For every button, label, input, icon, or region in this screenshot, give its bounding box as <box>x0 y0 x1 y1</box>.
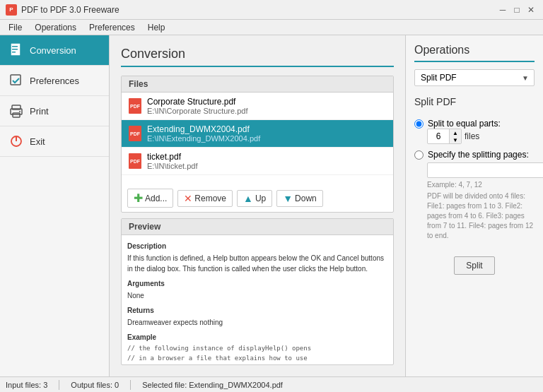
specify-pages-label: Specify the splitting pages: <box>428 150 529 160</box>
spinner-buttons: ▲ ▼ <box>449 129 461 143</box>
main-layout: Conversion Preferences Print <box>0 35 543 376</box>
page-icon <box>8 42 24 58</box>
equal-parts-radio[interactable] <box>414 119 424 129</box>
menu-file[interactable]: File <box>3 21 28 34</box>
svg-rect-1 <box>12 46 18 47</box>
add-icon: ✚ <box>134 191 143 205</box>
preview-desc-title: Description <box>127 241 387 251</box>
sidebar-item-exit[interactable]: Exit <box>0 126 109 157</box>
specify-pages-radio[interactable] <box>414 150 424 160</box>
power-icon <box>8 133 24 149</box>
files-list: PDF Corporate Structure.pdf E:\IN\Corpor… <box>122 93 393 184</box>
files-section: Files PDF Corporate Structure.pdf E:\IN\… <box>121 76 394 213</box>
up-button[interactable]: ▲ Up <box>237 190 272 207</box>
split-options: Split to equal parts: ▲ ▼ files <box>414 119 535 241</box>
spinner-down[interactable]: ▼ <box>450 136 461 143</box>
spinner-box[interactable]: ▲ ▼ <box>427 129 462 144</box>
spinner-up[interactable]: ▲ <box>450 129 461 136</box>
split-button[interactable]: Split <box>454 256 494 275</box>
preview-args-text: None <box>127 290 387 301</box>
up-icon: ▲ <box>243 193 253 204</box>
sidebar-preferences-label: Preferences <box>30 76 79 86</box>
operations-title: Operations <box>414 44 535 62</box>
window-controls[interactable]: ─ □ ✕ <box>496 4 537 16</box>
status-output-files: Output files: 0 <box>71 381 119 389</box>
preview-header: Preview <box>122 219 393 235</box>
down-button[interactable]: ▼ Down <box>276 190 323 207</box>
preview-returns-title: Returns <box>127 305 387 316</box>
status-input-files: Input files: 3 <box>6 381 47 389</box>
spinner-value[interactable] <box>428 130 449 143</box>
equal-parts-label: Split to equal parts: <box>428 119 501 129</box>
file-path: E:\IN\Extending_DWMX2004.pdf <box>147 134 260 143</box>
preview-scroll[interactable]: Description If this function is defined,… <box>122 235 393 364</box>
up-label: Up <box>255 194 266 203</box>
app-icon: P <box>6 4 17 16</box>
preview-desc-text: If this function is defined, a Help butt… <box>127 253 387 274</box>
equal-parts-row: Split to equal parts: <box>414 119 535 129</box>
sidebar-item-preferences[interactable]: Preferences <box>0 66 109 96</box>
preview-args-title: Arguments <box>127 278 387 289</box>
hint-text: Example: 4, 7, 12 <box>427 181 535 189</box>
panel-title: Conversion <box>121 47 394 67</box>
svg-point-8 <box>19 111 21 112</box>
svg-rect-2 <box>12 49 18 50</box>
right-panel: Operations Split PDF Merge PDF Rotate PD… <box>405 35 543 376</box>
split-pdf-title: Split PDF <box>414 96 535 107</box>
files-header: Files <box>122 76 393 93</box>
file-name: Extending_DWMX2004.pdf <box>147 124 260 134</box>
close-button[interactable]: ✕ <box>525 4 537 16</box>
status-separator <box>59 380 59 390</box>
pdf-icon: PDF <box>129 153 141 169</box>
remove-label: Remove <box>194 194 226 203</box>
preview-content: Description If this function is defined,… <box>122 235 393 364</box>
status-bar: Input files: 3 Output files: 0 Selected … <box>0 376 543 392</box>
sidebar-conversion-label: Conversion <box>30 45 76 56</box>
file-actions: ✚ Add... ✕ Remove ▲ Up ▼ Down <box>122 184 393 212</box>
specify-pages-option: Specify the splitting pages: Example: 4,… <box>414 150 535 241</box>
sidebar-item-print[interactable]: Print <box>0 96 109 126</box>
svg-rect-3 <box>12 52 16 53</box>
preview-example-title: Example <box>127 332 387 343</box>
description-text: PDF will be divided onto 4 files: File1:… <box>427 191 535 241</box>
pdf-icon: PDF <box>129 98 141 114</box>
file-path: E:\IN\Corporate Structure.pdf <box>147 107 247 115</box>
minimize-button[interactable]: ─ <box>496 4 509 16</box>
status-separator <box>130 380 131 390</box>
remove-icon: ✕ <box>184 193 192 204</box>
file-path: E:\IN\ticket.pdf <box>147 162 198 170</box>
sidebar: Conversion Preferences Print <box>0 35 110 376</box>
sidebar-print-label: Print <box>30 106 49 117</box>
down-label: Down <box>295 194 317 203</box>
svg-rect-7 <box>13 113 20 117</box>
pdf-icon: PDF <box>129 126 141 141</box>
preview-code: // the following instance of displayHelp… <box>127 344 387 364</box>
menu-preferences[interactable]: Preferences <box>83 21 141 34</box>
spinner-container: ▲ ▼ files <box>427 129 535 144</box>
status-selected-file: Selected file: Extending_DWMX2004.pdf <box>142 381 283 389</box>
files-label: files <box>465 131 479 141</box>
equal-parts-option: Split to equal parts: ▲ ▼ files <box>414 119 535 144</box>
app-title: PDF to PDF 3.0 Freeware <box>21 5 119 15</box>
maximize-button[interactable]: □ <box>510 4 523 16</box>
sidebar-item-conversion[interactable]: Conversion <box>0 35 109 66</box>
menu-bar: File Operations Preferences Help <box>0 20 543 35</box>
menu-help[interactable]: Help <box>142 21 171 34</box>
check-icon <box>8 73 24 88</box>
specify-pages-input[interactable] <box>427 162 543 178</box>
file-item[interactable]: PDF Corporate Structure.pdf E:\IN\Corpor… <box>122 93 393 120</box>
printer-icon <box>8 103 24 119</box>
file-name: ticket.pdf <box>147 152 198 162</box>
menu-operations[interactable]: Operations <box>29 21 82 34</box>
operation-dropdown[interactable]: Split PDF Merge PDF Rotate PDF Extract P… <box>414 69 535 86</box>
specify-pages-row: Specify the splitting pages: <box>414 150 535 160</box>
down-icon: ▼ <box>283 193 293 204</box>
add-button[interactable]: ✚ Add... <box>127 189 173 208</box>
main-panel: Conversion Files PDF Corporate Structure… <box>110 35 405 376</box>
file-item[interactable]: PDF ticket.pdf E:\IN\ticket.pdf <box>122 148 393 175</box>
file-item[interactable]: PDF Extending_DWMX2004.pdf E:\IN\Extendi… <box>122 120 393 148</box>
remove-button[interactable]: ✕ Remove <box>177 190 233 207</box>
operation-dropdown-wrapper[interactable]: Split PDF Merge PDF Rotate PDF Extract P… <box>414 69 535 86</box>
add-label: Add... <box>145 194 167 203</box>
sidebar-exit-label: Exit <box>30 136 45 147</box>
